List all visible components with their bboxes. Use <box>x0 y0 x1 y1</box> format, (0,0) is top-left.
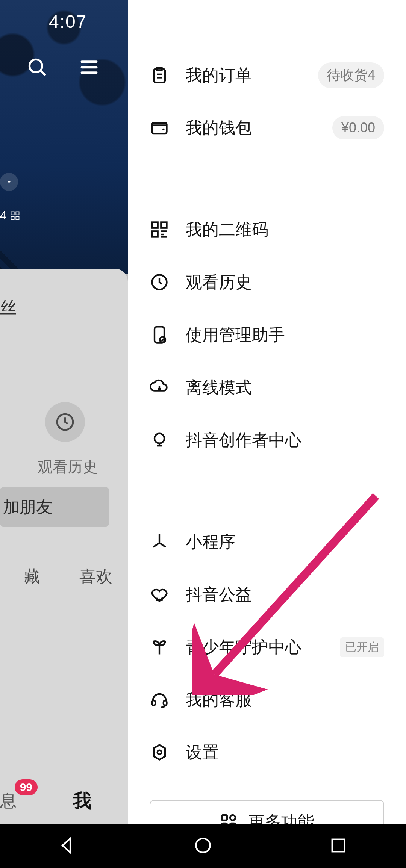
sprout-icon <box>150 637 169 657</box>
menu-item-orders[interactable]: 我的订单 待收货4 <box>150 49 384 101</box>
divider <box>150 786 384 786</box>
svg-rect-17 <box>152 231 158 237</box>
menu-label: 离线模式 <box>186 377 384 399</box>
nav-back-icon[interactable] <box>57 835 78 857</box>
tab-fav[interactable]: 藏 <box>0 566 64 588</box>
menu-label: 抖音公益 <box>186 584 384 606</box>
svg-point-24 <box>155 434 164 443</box>
nav-messages-label: 息 <box>0 791 17 810</box>
history-shortcut-label: 观看历史 <box>38 457 98 477</box>
menu-label: 观看历史 <box>186 271 384 293</box>
cloud-download-icon <box>150 378 169 397</box>
hero-small-info: 4 <box>0 209 20 222</box>
hero-small-num: 4 <box>0 209 7 222</box>
svg-point-0 <box>29 59 42 72</box>
menu-item-teen[interactable]: 青少年守护中心 已开启 <box>150 621 384 673</box>
menu-item-service[interactable]: 我的客服 <box>150 673 384 726</box>
heart-icon <box>150 585 169 604</box>
menu-label: 使用管理助手 <box>186 324 384 346</box>
menu-label: 我的二维码 <box>186 219 384 241</box>
menu-label: 我的订单 <box>186 64 318 86</box>
clock-icon <box>150 272 169 292</box>
tab-like[interactable]: 喜欢 <box>64 566 128 588</box>
menu-label: 青少年守护中心 <box>186 636 335 658</box>
orders-badge: 待收货4 <box>318 62 384 88</box>
svg-rect-34 <box>222 815 227 820</box>
profile-hero-bg: 4:07 4 <box>0 0 128 274</box>
menu-item-wallet[interactable]: 我的钱包 ¥0.00 <box>150 101 384 154</box>
svg-rect-7 <box>11 216 14 219</box>
svg-rect-15 <box>152 222 158 228</box>
menu-item-usage[interactable]: 使用管理助手 <box>150 308 384 361</box>
menu-item-miniapp[interactable]: 小程序 <box>150 516 384 568</box>
svg-rect-6 <box>16 212 19 215</box>
svg-line-26 <box>154 543 159 547</box>
svg-point-33 <box>158 750 162 755</box>
menu-item-qrcode[interactable]: 我的二维码 <box>150 203 384 256</box>
chevron-down-icon[interactable] <box>0 173 18 191</box>
system-navbar <box>0 824 406 868</box>
profile-card-dimmed: 丝 观看历史 加朋友 藏 喜欢 <box>0 269 128 824</box>
menu-label: 抖音创作者中心 <box>186 429 384 451</box>
nav-messages-badge: 99 <box>15 779 38 795</box>
nav-recent-icon[interactable] <box>328 835 349 857</box>
fans-label-partial: 丝 <box>0 297 17 319</box>
svg-line-27 <box>160 543 165 547</box>
hero-texture <box>0 0 128 274</box>
settings-icon <box>150 742 169 762</box>
spark-icon <box>150 532 169 552</box>
svg-rect-5 <box>11 212 14 215</box>
svg-point-37 <box>230 815 235 820</box>
menu-item-history[interactable]: 观看历史 <box>150 256 384 308</box>
svg-rect-16 <box>161 222 167 228</box>
svg-rect-32 <box>164 700 167 705</box>
add-friend-button[interactable]: 加朋友 <box>0 487 109 527</box>
svg-rect-31 <box>152 700 156 705</box>
add-friend-label: 加朋友 <box>3 496 53 518</box>
headset-icon <box>150 690 169 709</box>
nav-profile-label: 我 <box>73 790 92 811</box>
svg-point-14 <box>162 129 164 130</box>
nav-profile[interactable]: 我 <box>73 788 92 814</box>
status-bar-time: 4:07 <box>49 11 87 32</box>
svg-line-1 <box>41 71 45 76</box>
history-shortcut-icon[interactable] <box>45 402 85 442</box>
lightbulb-icon <box>150 430 169 450</box>
svg-rect-40 <box>332 839 345 851</box>
menu-item-charity[interactable]: 抖音公益 <box>150 568 384 621</box>
divider <box>150 474 384 474</box>
wallet-badge: ¥0.00 <box>332 116 384 139</box>
profile-tabs[interactable]: 藏 喜欢 <box>0 566 128 588</box>
divider <box>150 162 384 162</box>
nav-messages[interactable]: 息 99 <box>0 790 17 812</box>
menu-icon[interactable] <box>78 56 100 80</box>
menu-label: 小程序 <box>186 531 384 553</box>
clipboard-icon <box>150 65 169 85</box>
menu-item-offline[interactable]: 离线模式 <box>150 361 384 414</box>
menu-label: 我的客服 <box>186 689 384 711</box>
menu-item-settings[interactable]: 设置 <box>150 726 384 779</box>
nav-home-icon[interactable] <box>192 835 214 857</box>
svg-rect-8 <box>16 216 19 219</box>
svg-point-39 <box>196 838 210 852</box>
menu-label: 设置 <box>186 741 384 764</box>
qrcode-icon <box>150 220 169 239</box>
search-icon[interactable] <box>26 56 48 80</box>
wallet-icon <box>150 118 169 138</box>
side-drawer: 我的订单 待收货4 我的钱包 ¥0.00 我的二维码 观看历史 <box>128 0 406 824</box>
svg-rect-13 <box>152 123 167 133</box>
menu-label: 我的钱包 <box>186 117 332 139</box>
bottom-nav: 息 99 我 <box>0 778 128 824</box>
phone-check-icon <box>150 325 169 345</box>
menu-item-creator[interactable]: 抖音创作者中心 <box>150 414 384 466</box>
teen-status-badge: 已开启 <box>340 637 384 657</box>
profile-page-dimmed: 4:07 4 丝 观看历史 加朋友 藏 <box>0 0 128 824</box>
